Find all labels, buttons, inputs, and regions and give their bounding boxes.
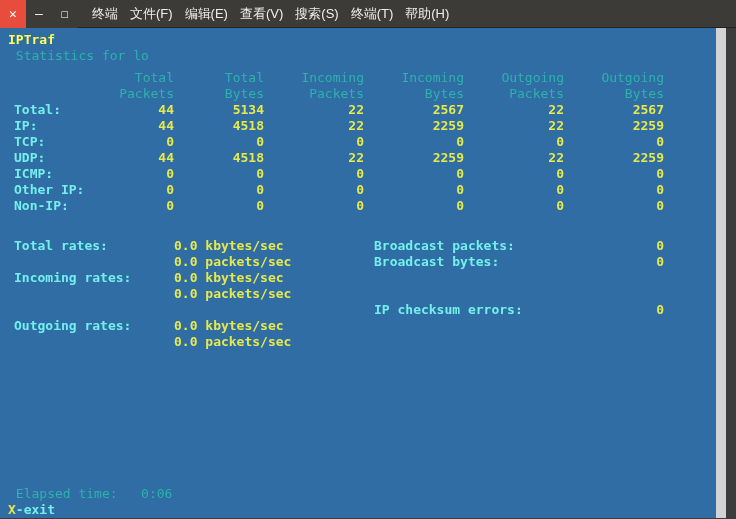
row-incoming-packets: 0 [264,134,364,150]
row-total-bytes: 5134 [174,102,264,118]
row-outgoing-packets: 22 [464,150,564,166]
row-incoming-bytes: 2259 [364,118,464,134]
row-label: TCP: [14,134,104,150]
row-incoming-packets: 22 [264,102,364,118]
row-total-bytes: 0 [174,198,264,214]
table-row: UDP:444518222259222259 [14,150,702,166]
row-incoming-bytes: 0 [364,166,464,182]
row-outgoing-bytes: 2567 [564,102,664,118]
col-incoming-packets-2: Packets [264,86,364,102]
row-outgoing-bytes: 0 [564,166,664,182]
table-header-row1: Total Total Incoming Incoming Outgoing O… [14,70,702,86]
outgoing-rates-label: Outgoing rates: [14,318,174,334]
elapsed-time: Elapsed time: 0:06 [8,486,180,502]
checksum-errors-val: 0 [614,302,674,318]
row-incoming-bytes: 0 [364,134,464,150]
table-row: Total:445134222567222567 [14,102,702,118]
row-incoming-bytes: 2259 [364,150,464,166]
terminal-viewport[interactable]: IPTraf Statistics for lo Total Total Inc… [0,28,726,518]
row-total-bytes: 0 [174,134,264,150]
col-total-packets-1: Total [104,70,174,86]
incoming-rates-pk: 0.0 packets/sec [174,286,374,302]
row-total-packets: 44 [104,118,174,134]
row-outgoing-packets: 0 [464,166,564,182]
broadcast-packets-val: 0 [614,238,674,254]
row-label: UDP: [14,150,104,166]
checksum-errors-label: IP checksum errors: [374,302,614,318]
row-total-bytes: 4518 [174,150,264,166]
broadcast-packets-label: Broadcast packets: [374,238,614,254]
rates-section: Total rates: 0.0 kbytes/sec Broadcast pa… [0,230,716,350]
col-total-bytes-2: Bytes [174,86,264,102]
row-total-packets: 0 [104,166,174,182]
table-row: TCP:000000 [14,134,702,150]
incoming-rates-label: Incoming rates: [14,270,174,286]
menu-search[interactable]: 搜索(S) [295,5,338,23]
col-incoming-packets-1: Incoming [264,70,364,86]
col-incoming-bytes-1: Incoming [364,70,464,86]
app-title: IPTraf [0,32,716,48]
table-row: Non-IP:000000 [14,198,702,214]
col-outgoing-bytes-2: Bytes [564,86,664,102]
row-total-packets: 44 [104,150,174,166]
minimize-icon[interactable]: — [26,0,52,28]
col-outgoing-bytes-1: Outgoing [564,70,664,86]
row-total-packets: 0 [104,134,174,150]
col-incoming-bytes-2: Bytes [364,86,464,102]
table-header-row2: Packets Bytes Packets Bytes Packets Byte… [14,86,702,102]
col-outgoing-packets-1: Outgoing [464,70,564,86]
window-controls: ✕ — ☐ [0,0,78,27]
row-total-packets: 0 [104,198,174,214]
broadcast-bytes-label: Broadcast bytes: [374,254,614,270]
maximize-icon[interactable]: ☐ [52,0,78,28]
row-total-packets: 44 [104,102,174,118]
row-incoming-packets: 22 [264,118,364,134]
table-row: Other IP:000000 [14,182,702,198]
menu-bar: 终端 文件(F) 编辑(E) 查看(V) 搜索(S) 终端(T) 帮助(H) [92,5,449,23]
table-row: IP:444518222259222259 [14,118,702,134]
menu-view[interactable]: 查看(V) [240,5,283,23]
row-label: Other IP: [14,182,104,198]
exit-label: -exit [16,502,55,517]
exit-hint[interactable]: X-exit [8,502,55,518]
broadcast-bytes-val: 0 [614,254,674,270]
col-total-bytes-1: Total [174,70,264,86]
menu-edit[interactable]: 编辑(E) [185,5,228,23]
row-incoming-packets: 0 [264,198,364,214]
total-rates-pk: 0.0 packets/sec [174,254,374,270]
row-outgoing-bytes: 2259 [564,150,664,166]
menu-help[interactable]: 帮助(H) [405,5,449,23]
row-total-bytes: 0 [174,166,264,182]
col-outgoing-packets-2: Packets [464,86,564,102]
window-titlebar: ✕ — ☐ 终端 文件(F) 编辑(E) 查看(V) 搜索(S) 终端(T) 帮… [0,0,736,28]
row-incoming-bytes: 0 [364,182,464,198]
row-incoming-packets: 22 [264,150,364,166]
exit-key: X [8,502,16,517]
section-title: Statistics for lo [0,48,716,64]
row-label: Total: [14,102,104,118]
row-outgoing-bytes: 0 [564,182,664,198]
table-row: ICMP:000000 [14,166,702,182]
row-total-bytes: 0 [174,182,264,198]
row-outgoing-packets: 0 [464,134,564,150]
menu-terminal-app[interactable]: 终端 [92,5,118,23]
close-icon[interactable]: ✕ [0,0,26,28]
incoming-rates-kb: 0.0 kbytes/sec [174,270,374,286]
row-label: IP: [14,118,104,134]
outgoing-rates-pk: 0.0 packets/sec [174,334,374,350]
row-incoming-packets: 0 [264,182,364,198]
col-total-packets-2: Packets [104,86,174,102]
stats-table: Total Total Incoming Incoming Outgoing O… [0,64,716,214]
row-outgoing-packets: 22 [464,118,564,134]
row-outgoing-bytes: 0 [564,134,664,150]
row-total-bytes: 4518 [174,118,264,134]
row-label: ICMP: [14,166,104,182]
menu-terminal[interactable]: 终端(T) [351,5,394,23]
menu-file[interactable]: 文件(F) [130,5,173,23]
row-incoming-bytes: 2567 [364,102,464,118]
row-outgoing-packets: 0 [464,182,564,198]
row-incoming-bytes: 0 [364,198,464,214]
row-label: Non-IP: [14,198,104,214]
row-incoming-packets: 0 [264,166,364,182]
row-outgoing-bytes: 2259 [564,118,664,134]
